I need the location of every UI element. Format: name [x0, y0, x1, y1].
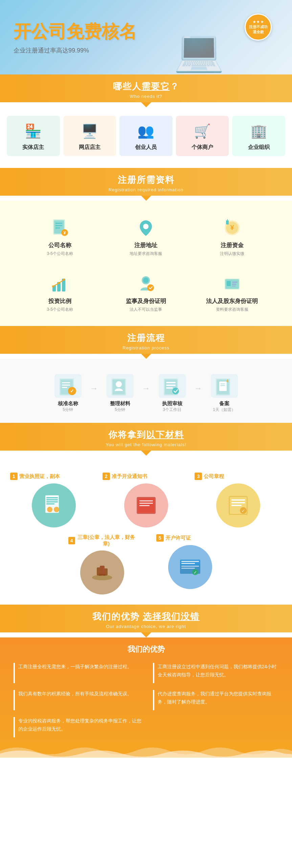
advantage-item-1: 工商注册全程无需您来，一搞子解决繁杂的注册过程。 — [14, 663, 139, 683]
process-step-title-4: 备案 — [204, 400, 245, 407]
reg-item-desc-4: 3-5个公司名称 — [24, 307, 96, 312]
who-icon-5: 🏢 — [247, 121, 271, 141]
advantage-bar-1 — [14, 663, 15, 683]
arrow-2: → — [142, 384, 150, 393]
who-icon-2: 🖥️ — [78, 121, 102, 141]
reg-info-section: ¥ 公司名称 3-5个公司名称 注册地址 地址要求咨询客服 — [0, 201, 292, 326]
svg-rect-64 — [231, 499, 245, 501]
svg-text:¥: ¥ — [64, 231, 66, 235]
materials-section: 1 营业执照证，副本 2 准予开业通知书 — [0, 456, 292, 605]
svg-point-37 — [116, 381, 122, 387]
who-icon-4: 🛒 — [190, 121, 214, 141]
svg-point-17 — [58, 282, 60, 284]
reg-icon-6 — [222, 274, 242, 294]
material-item-1: 1 营业执照证，副本 — [10, 473, 97, 527]
svg-rect-79 — [181, 568, 195, 569]
who-card-4: 🛒 个体商户 — [176, 116, 229, 156]
material-item-3: 3 公司章程 ✓ — [195, 473, 282, 527]
svg-rect-76 — [181, 561, 199, 562]
who-label-5: 企业组织 — [235, 144, 283, 151]
reg-process-section: ✓ 核准名称 5分钟 → 整理材料 5分钟 → — [0, 359, 292, 423]
process-step-title-2: 整理材料 — [100, 400, 140, 407]
svg-point-16 — [52, 285, 54, 287]
reg-icon-5 — [136, 274, 156, 294]
reg-info-banner: 注册所需资料 Registration required information — [0, 168, 292, 196]
reg-item-5: 监事及身份证明 法人不可以当监事 — [106, 270, 185, 316]
svg-text:¥: ¥ — [230, 224, 234, 231]
hero-section: 开公司免费核名 企业注册通过率高达99.99% 💻 ★ ★ ★ 注册不成功 退全… — [0, 0, 292, 74]
material-circle-4 — [80, 550, 124, 594]
materials-arrow — [141, 451, 151, 456]
svg-rect-61 — [139, 505, 150, 506]
process-icon-1: ✓ — [54, 374, 82, 398]
svg-rect-65 — [231, 502, 245, 503]
reg-process-banner: 注册流程 Registration process — [0, 326, 292, 354]
advantage-banner-sub: Our advantage choice, we are right — [0, 624, 292, 629]
materials-sub: You will get the following materials! — [0, 442, 292, 447]
advantage-banner: 我们的优势 选择我们没错 Our advantage choice, we ar… — [0, 605, 292, 632]
reg-item-desc-1: 3-5个公司名称 — [24, 251, 96, 257]
material-label-3: 3 公司章程 — [195, 473, 282, 480]
svg-rect-47 — [220, 384, 225, 384]
who-card-2: 🖥️ 网店店主 — [63, 116, 116, 156]
reg-item-1: ¥ 公司名称 3-5个公司名称 — [20, 214, 99, 260]
advantage-text-1: 工商注册全程无需您来，一搞子解决繁杂的注册过程。 — [18, 663, 132, 671]
reg-item-title-1: 公司名称 — [24, 241, 96, 249]
material-label-1: 1 营业执照证，副本 — [10, 473, 97, 480]
svg-rect-73 — [99, 574, 106, 576]
svg-text:4: 4 — [226, 379, 228, 383]
material-circle-2 — [124, 483, 168, 527]
svg-rect-3 — [55, 225, 62, 226]
svg-rect-48 — [220, 385, 225, 386]
who-label-1: 实体店主 — [9, 144, 57, 151]
svg-rect-59 — [139, 500, 153, 501]
advantage-grid: 工商注册全程无需您来，一搞子解决繁杂的注册过程。 工商注册设立过程中遇到任何问题… — [14, 663, 278, 737]
wave-decoration — [0, 744, 292, 758]
badge-line1: 注册不成功 — [249, 24, 268, 29]
svg-rect-4 — [55, 227, 60, 229]
badge-line2: 退全款 — [253, 29, 264, 35]
who-needs-arrow — [141, 102, 151, 107]
advantage-banner-title: 我们的优势 选择我们没错 — [0, 611, 292, 623]
advantage-text-2: 工商注册设立过程中遇到任何问题，我们都将提供24小时全天候咨询指导，让您后顾无忧… — [158, 663, 279, 679]
hero-title: 开公司免费核名 — [14, 20, 137, 44]
svg-text:✓: ✓ — [242, 508, 245, 513]
advantage-text-4: 代办进度查询服务，我们通过平台为您提供实时查询服务，随时了解办理进度。 — [158, 690, 279, 706]
reg-item-title-2: 注册地址 — [110, 241, 182, 249]
svg-rect-2 — [55, 223, 62, 224]
reg-icon-2 — [136, 218, 156, 238]
materials-banner: 你将拿到以下材料 You will get the following mate… — [0, 423, 292, 451]
advantage-bar-4 — [153, 690, 154, 710]
reg-item-2: 注册地址 地址要求咨询客服 — [106, 214, 185, 260]
process-steps: ✓ 核准名称 5分钟 → 整理材料 5分钟 → — [14, 374, 278, 413]
advantage-text-5: 专业的投税咨询服务，帮您处理复杂的税务申报工作，让您的企业运作后顾无忧。 — [18, 717, 146, 733]
reg-item-title-3: 注册资金 — [196, 241, 268, 249]
svg-point-43 — [172, 388, 179, 394]
arrow-1: → — [90, 384, 98, 393]
svg-rect-27 — [232, 286, 235, 286]
svg-rect-77 — [181, 563, 195, 564]
svg-rect-51 — [46, 497, 58, 498]
process-step-sub-2: 5分钟 — [100, 407, 140, 413]
svg-rect-41 — [166, 385, 176, 386]
process-step-sub-1: 5分钟 — [48, 407, 88, 413]
who-icon-1: 🏪 — [21, 121, 45, 141]
reg-process-sub: Registration process — [0, 345, 292, 350]
hero-decoration: 💻 — [174, 27, 224, 74]
svg-rect-12 — [227, 219, 228, 221]
reg-item-title-5: 监事及身份证明 — [110, 297, 182, 305]
reg-item-desc-3: 注明认缴实缴 — [196, 251, 268, 257]
reg-process-arrow — [141, 354, 151, 359]
who-icon-3: 👥 — [134, 121, 158, 141]
who-card-3: 👥 创业人员 — [119, 116, 173, 156]
process-icon-3 — [159, 374, 186, 398]
reg-icon-1: ¥ — [50, 218, 70, 238]
process-icon-4: 4 — [211, 374, 238, 398]
who-label-3: 创业人员 — [122, 144, 170, 151]
reg-process-title: 注册流程 — [0, 332, 292, 344]
arrow-3: → — [194, 384, 202, 393]
svg-rect-78 — [181, 566, 199, 567]
process-step-1: ✓ 核准名称 5分钟 — [48, 374, 88, 413]
material-item-4: 4 三章(公章，法人章，财务章) — [68, 534, 136, 594]
reg-icon-3: ¥ — [222, 218, 242, 238]
